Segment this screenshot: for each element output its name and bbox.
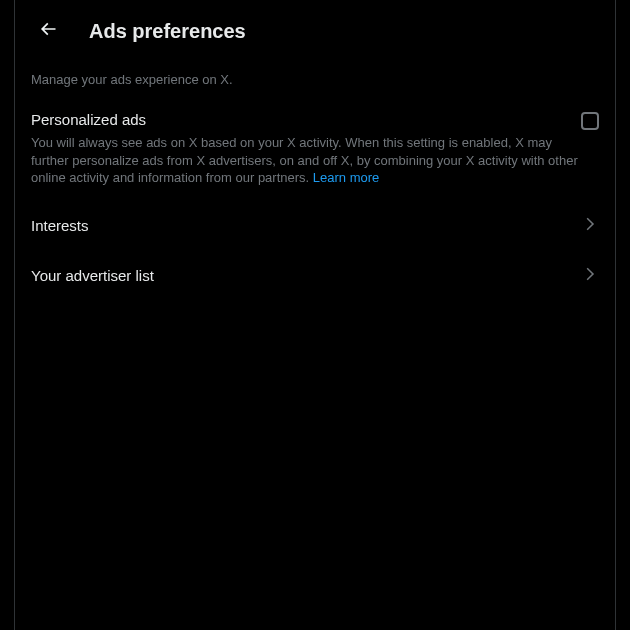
- back-button[interactable]: [31, 14, 65, 48]
- personalized-ads-description: You will always see ads on X based on yo…: [31, 134, 599, 187]
- interests-label: Interests: [31, 217, 89, 234]
- advertiser-list-label: Your advertiser list: [31, 267, 154, 284]
- advertiser-list-row[interactable]: Your advertiser list: [15, 251, 615, 301]
- learn-more-link[interactable]: Learn more: [313, 170, 379, 185]
- page-subtitle: Manage your ads experience on X.: [15, 60, 615, 103]
- chevron-right-icon: [581, 215, 599, 237]
- settings-panel: Ads preferences Manage your ads experien…: [14, 0, 616, 630]
- personalized-ads-setting: Personalized ads You will always see ads…: [15, 103, 615, 201]
- header: Ads preferences: [15, 4, 615, 60]
- personalized-ads-title: Personalized ads: [31, 111, 146, 128]
- chevron-right-icon: [581, 265, 599, 287]
- personalized-ads-checkbox[interactable]: [581, 112, 599, 130]
- page-title: Ads preferences: [89, 20, 246, 43]
- description-text: You will always see ads on X based on yo…: [31, 135, 578, 185]
- arrow-left-icon: [38, 19, 58, 43]
- interests-row[interactable]: Interests: [15, 201, 615, 251]
- setting-row: Personalized ads: [31, 111, 599, 130]
